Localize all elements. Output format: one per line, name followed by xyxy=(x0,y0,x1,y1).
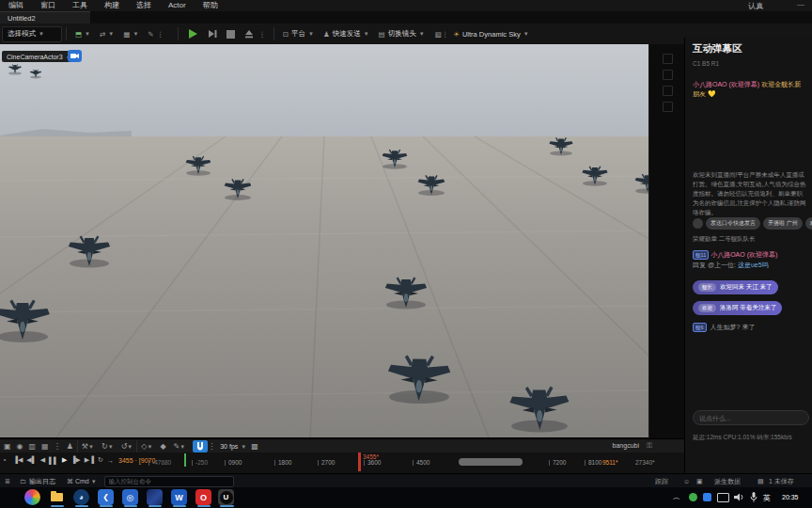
playhead[interactable] xyxy=(358,452,361,471)
eject-button[interactable] xyxy=(240,27,258,41)
save-sequence-icon[interactable]: ▣ xyxy=(4,442,11,451)
current-time-display[interactable]: 3455 · [9070 xyxy=(118,457,155,464)
mode-dropdown[interactable]: 选择模式 ▼ xyxy=(2,26,62,42)
timeline-scrollbar-thumb[interactable] xyxy=(459,458,523,466)
menu-select[interactable]: 选择 xyxy=(128,0,160,11)
panel-tab-icon[interactable] xyxy=(663,102,673,112)
taskbar-browser-icon[interactable]: ◕ xyxy=(73,489,89,505)
output-log-label[interactable]: 输出日志 xyxy=(29,477,55,486)
viewport[interactable]: CineCameraActor3 ≜ xyxy=(0,44,648,437)
content-drawer-icon[interactable]: ≣ xyxy=(5,478,10,485)
loop-button[interactable]: ↻ xyxy=(98,456,103,464)
create-camera-icon[interactable]: ◉ xyxy=(17,442,23,451)
key-icon[interactable]: ◇▼ xyxy=(141,442,152,451)
stop-button[interactable] xyxy=(222,27,240,41)
add-actor-button[interactable]: ⬒ ▼ xyxy=(70,27,95,41)
keyframe-all-icon[interactable]: ◆ xyxy=(160,442,165,451)
tray-expand-caret[interactable]: ︿ xyxy=(673,492,680,502)
snapshot-icon[interactable]: ▣ xyxy=(696,478,703,485)
actor-track-icon[interactable]: ♟ xyxy=(67,442,73,451)
play-options-kebab-icon[interactable]: ⋮ xyxy=(258,30,266,39)
panel-tab-icon[interactable] xyxy=(663,70,673,80)
quick-pill[interactable]: 欢迎 xyxy=(805,217,812,230)
console-input[interactable] xyxy=(104,476,234,487)
modes-overflow-button[interactable]: ✎ ⋮ xyxy=(143,27,168,41)
taskbar-red-o-app-icon[interactable]: O xyxy=(195,489,211,505)
taskbar-word-icon[interactable]: W xyxy=(171,489,187,505)
edit-icon[interactable]: ✎▼ xyxy=(174,442,186,451)
taskbar-file-explorer-icon[interactable] xyxy=(49,489,65,505)
taskbar-ring-app-icon[interactable]: ◎ xyxy=(122,489,138,505)
tray-clock[interactable]: 20:35 xyxy=(782,494,799,500)
chat-input[interactable] xyxy=(693,410,809,425)
tray-ime-indicator[interactable]: 英 xyxy=(763,493,771,503)
snap-toggle[interactable] xyxy=(193,440,208,452)
wrench-icon[interactable]: ⚒▼ xyxy=(82,442,94,451)
shots-dropdown[interactable]: ▤ 切换镜头 ▼ xyxy=(374,27,429,41)
blueprint-button[interactable]: ⇄ ▼ xyxy=(95,27,118,41)
sky-blueprint-button[interactable]: ☀ Ultra Dynamic Sky ▼ xyxy=(448,27,533,41)
tray-display-icon[interactable] xyxy=(717,493,729,502)
minimize-button[interactable]: — xyxy=(797,0,804,8)
cmd-label[interactable]: Cmd xyxy=(75,478,89,484)
clapper-icon[interactable]: ▦ xyxy=(41,442,49,451)
viewport-camera-dropdown[interactable]: CineCameraActor3 ≜ xyxy=(2,51,76,62)
play-reverse-button[interactable]: ◀ xyxy=(40,456,45,464)
menu-tools[interactable]: 工具 xyxy=(64,0,96,11)
taskbar-unreal-engine-icon[interactable]: U xyxy=(218,489,234,505)
trace-label[interactable]: 跟踪 xyxy=(655,477,668,486)
tab-untitled2[interactable]: Untitled2 xyxy=(0,11,90,24)
panel-tab-icon[interactable] xyxy=(663,54,673,64)
play-button[interactable] xyxy=(182,27,203,41)
jump-start-button[interactable]: ▐◀ xyxy=(13,456,23,464)
derived-data-label[interactable]: 派生数据 xyxy=(714,477,741,486)
panel-tab-icon[interactable] xyxy=(663,86,673,96)
filter-icon[interactable]: ▩ xyxy=(251,442,258,451)
menu-build[interactable]: 构建 xyxy=(96,0,128,11)
sequencer-timeline[interactable]: ◔ ▐◀ ◀▌ ◀ ▌▌ ▶ ▐▶ ▶▐ ↻ → 3455 · [9070 -4… xyxy=(0,452,684,473)
lock-icon[interactable]: ⚿ xyxy=(647,441,652,451)
cinematics-button[interactable]: ▦ ▼ xyxy=(118,27,143,41)
menu-edit[interactable]: 编辑 xyxy=(0,0,32,11)
cmd-icon[interactable]: ⌘ xyxy=(67,478,73,485)
pilot-camera-button[interactable] xyxy=(68,50,82,62)
goto-button[interactable]: → xyxy=(107,457,114,464)
menu-window[interactable]: 窗口 xyxy=(32,0,64,11)
tray-volume-icon[interactable] xyxy=(734,492,744,502)
taskbar-bird-app-icon[interactable]: ❮ xyxy=(98,489,114,505)
seq-kebab-icon[interactable]: ⋮ xyxy=(54,442,61,451)
curves-icon[interactable]: ↻▼ xyxy=(102,442,114,451)
prev-key-button[interactable]: ◀▌ xyxy=(26,456,36,464)
taskbar-pinwheel-app-icon[interactable] xyxy=(24,489,40,505)
play-forward-button[interactable]: ▶ xyxy=(62,456,67,464)
taskbar-dark-blue-app-icon[interactable] xyxy=(147,489,163,505)
playback-start-marker[interactable] xyxy=(184,453,186,467)
render-movie-icon[interactable]: ▥ xyxy=(29,442,37,451)
tray-app-icon[interactable] xyxy=(703,493,711,501)
pause-button[interactable]: ▌▌ xyxy=(49,457,58,464)
quick-pill[interactable]: 开播啦 广州 xyxy=(763,217,803,230)
play-icon xyxy=(187,28,198,40)
settings-icon[interactable]: ▧ xyxy=(435,30,442,39)
quick-send-dropdown[interactable]: ♟ 快速发送 ▼ xyxy=(319,27,374,41)
save-disk-icon[interactable]: ▤ xyxy=(757,478,764,485)
playback-options-icon[interactable]: ↺▼ xyxy=(121,442,133,451)
snap-kebab-icon[interactable]: ⋮ xyxy=(208,442,215,451)
toolbar-kebab-icon[interactable]: ⋮ xyxy=(442,30,449,39)
menu-actor[interactable]: Actor xyxy=(160,0,195,11)
tray-antivirus-icon[interactable] xyxy=(689,493,697,501)
platforms-dropdown[interactable]: ⊡ 平台 ▼ xyxy=(278,27,319,41)
tray-mic-icon[interactable] xyxy=(750,492,757,502)
output-log-icon[interactable]: 🗀 xyxy=(20,478,26,484)
camera-cut-icon[interactable]: ◔ xyxy=(2,456,7,465)
save-state-label[interactable]: 1 未保存 xyxy=(769,477,794,486)
fps-dropdown[interactable]: 30 fps ▼ xyxy=(215,439,251,453)
sequence-name[interactable]: bangcubi xyxy=(613,442,639,449)
next-key-button[interactable]: ▐▶ xyxy=(70,456,80,464)
menu-help[interactable]: 帮助 xyxy=(195,0,226,11)
jump-end-button[interactable]: ▶▐ xyxy=(85,456,94,464)
emoji-icon[interactable]: ☺ xyxy=(683,478,690,484)
quick-pill[interactable]: 发送口令快速发言 xyxy=(706,217,760,230)
skip-button[interactable] xyxy=(203,27,222,41)
message-user[interactable]: 小八路OAO (欢迎弹幕) xyxy=(710,251,777,258)
